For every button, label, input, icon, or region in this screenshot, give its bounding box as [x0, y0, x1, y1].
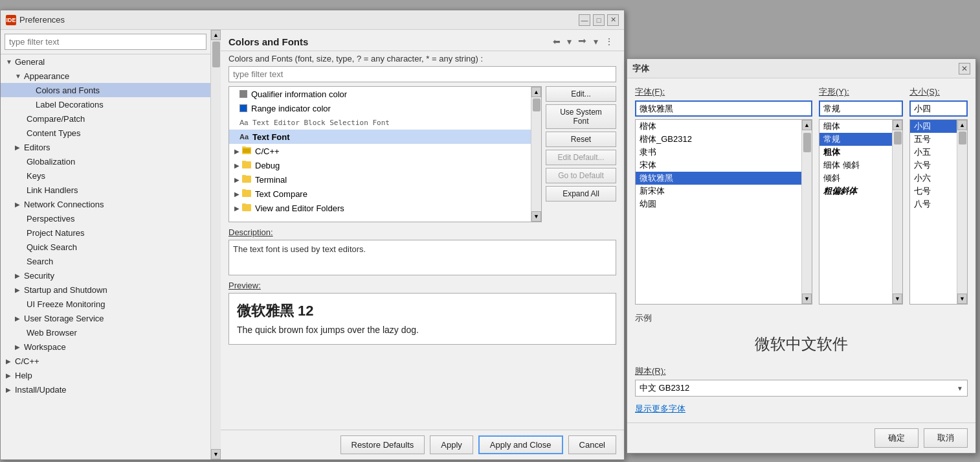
apply-close-button[interactable]: Apply and Close: [478, 435, 563, 454]
font-size-item-wuhao[interactable]: 五号: [910, 133, 957, 146]
sidebar-item-search[interactable]: Search: [1, 254, 210, 268]
font-style-item-bold[interactable]: 粗体: [819, 146, 892, 159]
font-item-qualifier-color[interactable]: Qualifier information color: [229, 87, 531, 101]
font-item-text-editor-block[interactable]: Aa Text Editor Block Selection Font: [229, 115, 531, 130]
font-dialog-cancel-button[interactable]: 取消: [924, 428, 968, 448]
font-size-scroll-thumb[interactable]: [959, 132, 966, 144]
font-size-item-xiaosi[interactable]: 小四: [910, 120, 957, 133]
sidebar-item-project-natures[interactable]: Project Natures: [1, 225, 210, 240]
minimize-button[interactable]: —: [579, 14, 590, 26]
sidebar-item-link-handlers[interactable]: Link Handlers: [1, 183, 210, 197]
sidebar-item-perspectives[interactable]: Perspectives: [1, 211, 210, 225]
sidebar-item-general[interactable]: ▼ General: [1, 54, 210, 69]
workspace-label: Workspace: [24, 342, 66, 352]
expand-all-button[interactable]: Expand All: [546, 186, 616, 202]
sidebar-item-editors[interactable]: ▶ Editors: [1, 140, 210, 154]
use-system-font-button[interactable]: Use System Font: [546, 104, 616, 129]
font-list-item-youyuan[interactable]: 幼圆: [636, 198, 801, 211]
apply-button[interactable]: Apply: [430, 435, 473, 454]
font-list-item-kaiti[interactable]: 楷体: [636, 120, 801, 133]
sidebar-item-security[interactable]: ▶ Security: [1, 268, 210, 283]
font-group-debug[interactable]: ▶ Debug: [229, 158, 531, 172]
edit-default-button[interactable]: Edit Default...: [546, 150, 616, 165]
sidebar-item-web-browser[interactable]: Web Browser: [1, 325, 210, 340]
sidebar-item-startup-shutdown[interactable]: ▶ Startup and Shutdown: [1, 283, 210, 297]
reset-button[interactable]: Reset: [546, 132, 616, 147]
font-style-item-bold-italic[interactable]: 粗偏斜体: [819, 185, 892, 198]
font-size-scroll-up[interactable]: ▲: [957, 120, 967, 130]
font-size-item-bahao[interactable]: 八号: [910, 198, 957, 211]
font-name-scroll-thumb[interactable]: [803, 133, 811, 152]
settings-icon-button[interactable]: ⋮: [602, 35, 616, 48]
nav-forward-dropdown-button[interactable]: ▾: [591, 35, 601, 48]
security-label: Security: [24, 271, 54, 281]
example-text: 微软中文软件: [755, 334, 848, 354]
font-size-item-liuhao[interactable]: 六号: [910, 159, 957, 172]
font-list-item-lishu[interactable]: 隶书: [636, 146, 801, 159]
font-size-item-qihao[interactable]: 七号: [910, 185, 957, 198]
font-tree-scroll-thumb[interactable]: [533, 98, 540, 111]
font-size-scroll-down[interactable]: ▼: [957, 294, 967, 304]
font-size-input[interactable]: [909, 100, 968, 117]
font-tree-scroll-up[interactable]: ▲: [531, 87, 541, 97]
font-style-scroll-thumb[interactable]: [894, 132, 902, 144]
sidebar-item-label-decorations[interactable]: Label Decorations: [1, 97, 210, 111]
font-style-item-normal[interactable]: 常规: [819, 133, 892, 146]
search-input[interactable]: [5, 34, 206, 50]
sidebar-item-content-types[interactable]: Content Types: [1, 126, 210, 140]
font-style-item-thin[interactable]: 细体: [819, 120, 892, 133]
close-button[interactable]: ✕: [607, 14, 619, 26]
sidebar-scroll-down[interactable]: ▼: [211, 449, 221, 459]
sidebar-item-install-update[interactable]: ▶ Install/Update: [1, 382, 210, 397]
nav-forward-button[interactable]: ⮕: [575, 35, 590, 48]
nav-back-dropdown-button[interactable]: ▾: [564, 35, 574, 48]
sidebar-item-appearance[interactable]: ▼ Appearance: [1, 69, 210, 83]
font-dialog-close-button[interactable]: ✕: [959, 63, 970, 75]
sidebar-item-cpp[interactable]: ▶ C/C++: [1, 354, 210, 368]
font-list-item-weiran[interactable]: 微软雅黑: [636, 172, 801, 185]
font-list-item-songti[interactable]: 宋体: [636, 159, 801, 172]
font-style-scroll-down[interactable]: ▼: [893, 294, 902, 304]
sidebar-item-ui-freeze[interactable]: UI Freeze Monitoring: [1, 297, 210, 311]
font-size-item-xiaoliu[interactable]: 小六: [910, 172, 957, 185]
cancel-button[interactable]: Cancel: [568, 435, 616, 454]
sidebar-scroll-up[interactable]: ▲: [211, 30, 221, 40]
font-style-item-thin-italic[interactable]: 细体 倾斜: [819, 159, 892, 172]
sidebar-item-network-connections[interactable]: ▶ Network Connections: [1, 197, 210, 211]
font-group-terminal[interactable]: ▶ Terminal: [229, 172, 531, 187]
sidebar-item-colors-fonts[interactable]: Colors and Fonts: [1, 83, 210, 97]
go-to-default-button[interactable]: Go to Default: [546, 168, 616, 183]
font-style-scroll-up[interactable]: ▲: [893, 120, 902, 130]
sidebar-item-globalization[interactable]: Globalization: [1, 154, 210, 168]
font-style-item-italic[interactable]: 倾斜: [819, 172, 892, 185]
font-tree-scroll-down[interactable]: ▼: [531, 211, 541, 222]
script-dropdown-arrow[interactable]: ▼: [957, 385, 963, 392]
sidebar-item-help[interactable]: ▶ Help: [1, 368, 210, 382]
font-filter-input[interactable]: [228, 66, 616, 82]
font-list-item-xinsongti[interactable]: 新宋体: [636, 185, 801, 198]
font-style-input[interactable]: [819, 100, 903, 117]
font-name-input[interactable]: [635, 100, 812, 117]
sidebar-item-compare-patch[interactable]: Compare/Patch: [1, 111, 210, 126]
sidebar-item-workspace[interactable]: ▶ Workspace: [1, 340, 210, 354]
font-dialog-confirm-button[interactable]: 确定: [874, 428, 919, 448]
edit-button[interactable]: Edit...: [546, 86, 616, 102]
font-item-text-font[interactable]: Aa Text Font: [229, 130, 531, 144]
sidebar-item-user-storage[interactable]: ▶ User Storage Service: [1, 311, 210, 325]
maximize-button[interactable]: □: [593, 14, 605, 26]
more-fonts-link[interactable]: 显示更多字体: [635, 403, 968, 415]
project-natures-label: Project Natures: [27, 228, 85, 238]
sidebar-item-quick-search[interactable]: Quick Search: [1, 240, 210, 254]
font-name-scroll-down[interactable]: ▼: [802, 294, 812, 304]
font-group-view-editor[interactable]: ▶ View and Editor Folders: [229, 201, 531, 215]
restore-defaults-button[interactable]: Restore Defaults: [340, 435, 425, 454]
font-size-item-xiaowu[interactable]: 小五: [910, 146, 957, 159]
font-group-text-compare[interactable]: ▶ Text Compare: [229, 187, 531, 201]
nav-back-button[interactable]: ⬅: [550, 35, 563, 48]
sidebar-item-keys[interactable]: Keys: [1, 168, 210, 183]
font-name-scroll-up[interactable]: ▲: [802, 120, 812, 130]
font-item-range-indicator[interactable]: Range indicator color: [229, 101, 531, 115]
sidebar-scroll-thumb[interactable]: [212, 41, 220, 67]
font-group-cpp[interactable]: ▶ C/C++: [229, 144, 531, 158]
font-list-item-kaiti-gb[interactable]: 楷体_GB2312: [636, 133, 801, 146]
